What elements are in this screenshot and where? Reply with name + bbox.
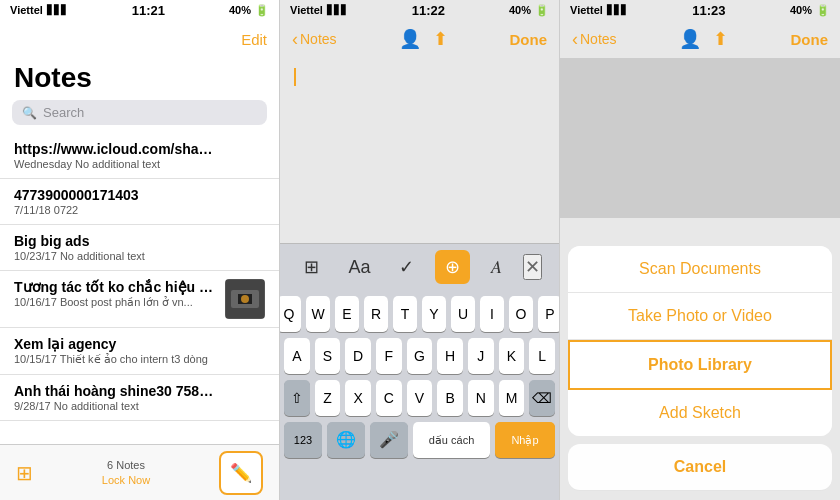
note-item[interactable]: https://www.icloud.com/sharedalbu... Wed…	[0, 133, 279, 179]
key-y[interactable]: Y	[422, 296, 446, 332]
note-thumbnail	[225, 279, 265, 319]
photo-library-action[interactable]: Photo Library	[568, 340, 832, 390]
key-z[interactable]: Z	[315, 380, 341, 416]
folders-icon[interactable]: ⊞	[16, 461, 33, 485]
note-title: 4773900000171403	[14, 187, 214, 203]
key-q[interactable]: Q	[280, 296, 301, 332]
nav-icon-group-3: 👤 ⬆	[679, 28, 728, 50]
key-globe[interactable]: 🌐	[327, 422, 365, 458]
keyboard: Q W E R T Y U I O P A S D F G H J K L ⇧ …	[280, 290, 559, 500]
note-item[interactable]: Big big ads 10/23/17 No additional text	[0, 225, 279, 271]
status-right-2: 40%🔋	[509, 4, 549, 17]
note-item[interactable]: 4773900000171403 7/11/18 0722	[0, 179, 279, 225]
key-n[interactable]: N	[468, 380, 494, 416]
key-e[interactable]: E	[335, 296, 359, 332]
signal-2: ▋▋▋	[327, 5, 348, 15]
upload-icon[interactable]: ⬆	[433, 28, 448, 50]
key-numbers[interactable]: 123	[284, 422, 322, 458]
note-item-left: https://www.icloud.com/sharedalbu... Wed…	[14, 141, 265, 170]
status-left-3: Viettel ▋▋▋	[570, 4, 628, 16]
note-item[interactable]: Anh thái hoàng shine30 758 âu cơ 9/28/17…	[0, 375, 279, 421]
add-sketch-action[interactable]: Add Sketch	[568, 390, 832, 436]
time-2: 11:22	[412, 3, 445, 18]
note-title: Anh thái hoàng shine30 758 âu cơ	[14, 383, 214, 399]
close-keyboard-button[interactable]: ✕	[523, 254, 542, 280]
checklist-toolbar-button[interactable]: ✓	[391, 252, 422, 282]
key-d[interactable]: D	[345, 338, 371, 374]
status-bar-3: Viettel ▋▋▋ 11:23 40%🔋	[560, 0, 840, 20]
key-k[interactable]: K	[499, 338, 525, 374]
table-toolbar-button[interactable]: ⊞	[296, 252, 327, 282]
back-chevron-icon: ‹	[292, 29, 298, 50]
search-icon: 🔍	[22, 106, 37, 120]
note-meta: 10/15/17 Thiết kế ảo cho intern t3 dòng	[14, 353, 265, 366]
note-list: https://www.icloud.com/sharedalbu... Wed…	[0, 133, 279, 421]
note-meta: 7/11/18 0722	[14, 204, 265, 216]
status-left-1: Viettel ▋▋▋	[10, 4, 68, 16]
keyboard-row-1: Q W E R T Y U I O P	[284, 296, 555, 332]
key-delete[interactable]: ⌫	[529, 380, 555, 416]
time-3: 11:23	[692, 3, 725, 18]
lock-now[interactable]: Lock Now	[102, 473, 150, 487]
share-icon-3[interactable]: 👤	[679, 28, 701, 50]
note-title: Xem lại agency	[14, 336, 214, 352]
share-icon[interactable]: 👤	[399, 28, 421, 50]
key-l[interactable]: L	[529, 338, 555, 374]
key-b[interactable]: B	[437, 380, 463, 416]
edit-button[interactable]: Edit	[241, 31, 267, 48]
search-bar[interactable]: 🔍 Search	[12, 100, 267, 125]
key-x[interactable]: X	[345, 380, 371, 416]
key-r[interactable]: R	[364, 296, 388, 332]
cancel-action[interactable]: Cancel	[568, 444, 832, 491]
upload-icon-3[interactable]: ⬆	[713, 28, 728, 50]
key-o[interactable]: O	[509, 296, 533, 332]
note-editor-panel: Viettel ▋▋▋ 11:22 40%🔋 ‹ Notes 👤 ⬆ Done …	[280, 0, 560, 500]
keyboard-row-3: ⇧ Z X C V B N M ⌫	[284, 380, 555, 416]
signal-1: ▋▋▋	[47, 5, 68, 15]
format-toolbar-button[interactable]: Aa	[340, 253, 378, 282]
keyboard-row-4: 123 🌐 🎤 dấu cách Nhập	[284, 422, 555, 458]
status-bar-2: Viettel ▋▋▋ 11:22 40%🔋	[280, 0, 559, 20]
key-m[interactable]: M	[499, 380, 525, 416]
key-f[interactable]: F	[376, 338, 402, 374]
done-button-3[interactable]: Done	[790, 31, 828, 48]
status-bar-1: Viettel ▋▋▋ 11:21 40%🔋	[0, 0, 279, 20]
time-1: 11:21	[132, 3, 165, 18]
compose-button[interactable]: ✏️	[219, 451, 263, 495]
note-item[interactable]: Xem lại agency 10/15/17 Thiết kế ảo cho …	[0, 328, 279, 375]
key-i[interactable]: I	[480, 296, 504, 332]
note-count-area: 6 Notes Lock Now	[102, 458, 150, 487]
key-s[interactable]: S	[315, 338, 341, 374]
take-photo-action[interactable]: Take Photo or Video	[568, 293, 832, 340]
note-editor[interactable]	[280, 58, 559, 100]
key-v[interactable]: V	[407, 380, 433, 416]
key-shift[interactable]: ⇧	[284, 380, 310, 416]
note-item[interactable]: Tương tác tốt ko chắc hiệu quả 10/16/17 …	[0, 271, 279, 328]
key-w[interactable]: W	[306, 296, 330, 332]
key-c[interactable]: C	[376, 380, 402, 416]
key-j[interactable]: J	[468, 338, 494, 374]
key-space[interactable]: dấu cách	[413, 422, 490, 458]
add-toolbar-button[interactable]: ⊕	[435, 250, 470, 284]
back-button[interactable]: Notes	[300, 31, 337, 47]
key-u[interactable]: U	[451, 296, 475, 332]
key-h[interactable]: H	[437, 338, 463, 374]
key-mic[interactable]: 🎤	[370, 422, 408, 458]
scan-documents-action[interactable]: Scan Documents	[568, 246, 832, 293]
done-button[interactable]: Done	[509, 31, 547, 48]
nav-icon-group-2: 👤 ⬆	[399, 28, 448, 50]
key-g[interactable]: G	[407, 338, 433, 374]
back-button-3[interactable]: Notes	[580, 31, 617, 47]
key-a[interactable]: A	[284, 338, 310, 374]
scribble-toolbar-button[interactable]: 𝐴	[483, 253, 510, 282]
note-item-left: Xem lại agency 10/15/17 Thiết kế ảo cho …	[14, 336, 265, 366]
key-t[interactable]: T	[393, 296, 417, 332]
note-item-left: Tương tác tốt ko chắc hiệu quả 10/16/17 …	[14, 279, 217, 309]
note-item-left: 4773900000171403 7/11/18 0722	[14, 187, 265, 216]
svg-point-3	[241, 295, 249, 303]
key-p[interactable]: P	[538, 296, 560, 332]
note-meta: 9/28/17 No additional text	[14, 400, 265, 412]
note-meta: 10/23/17 No additional text	[14, 250, 265, 262]
bottom-bar-1: ⊞ 6 Notes Lock Now ✏️	[0, 444, 279, 500]
key-return[interactable]: Nhập	[495, 422, 555, 458]
